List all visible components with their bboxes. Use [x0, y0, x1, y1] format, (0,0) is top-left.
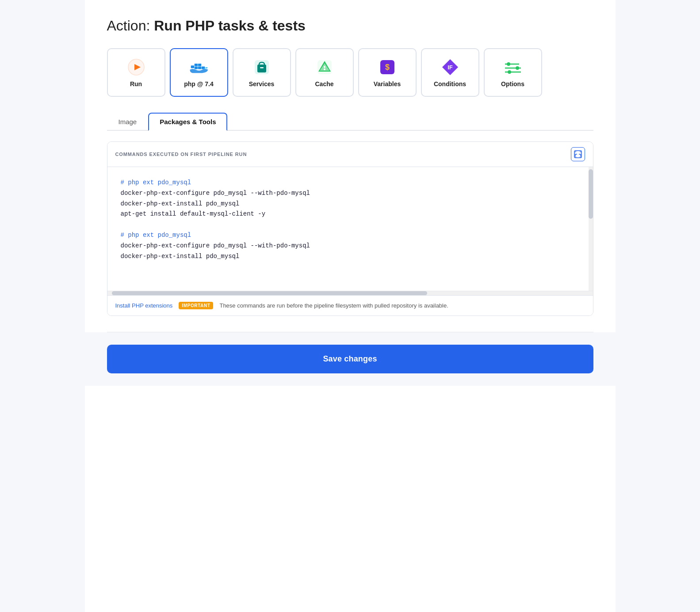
- services-icon: [252, 57, 272, 77]
- section-tabs: Image Packages & Tools: [107, 113, 593, 131]
- svg-point-21: [507, 62, 510, 66]
- code-blank-1: [121, 220, 580, 230]
- svg-point-8: [206, 67, 207, 68]
- code-line-5: # php ext pdo_mysql: [121, 230, 580, 241]
- svg-text:IF: IF: [448, 64, 453, 71]
- svg-point-27: [508, 70, 511, 74]
- code-line-2: docker-php-ext-configure pdo_mysql --wit…: [121, 188, 580, 199]
- svg-rect-6: [198, 67, 201, 69]
- code-line-4: apt-get install default-mysql-client -y: [121, 209, 580, 220]
- code-scroll-area[interactable]: # php ext pdo_mysql docker-php-ext-confi…: [107, 167, 593, 291]
- svg-point-24: [516, 66, 519, 70]
- code-panel-header: COMMANDS EXECUTED ON FIRST PIPELINE RUN: [107, 142, 593, 167]
- install-php-extensions-link[interactable]: Install PHP extensions: [115, 302, 173, 309]
- expand-icon: [574, 150, 582, 158]
- vertical-scrollbar-thumb: [589, 169, 593, 219]
- tab-card-variables[interactable]: $ Variables: [358, 48, 417, 97]
- svg-rect-3: [194, 64, 197, 66]
- tab-card-php-label: php @ 7.4: [184, 80, 214, 87]
- important-badge: IMPORTANT: [179, 302, 213, 309]
- tab-packages-tools[interactable]: Packages & Tools: [148, 113, 227, 131]
- tab-card-options[interactable]: Options: [484, 48, 542, 97]
- code-line-6: docker-php-ext-configure pdo_mysql --wit…: [121, 241, 580, 251]
- code-panel-footer: Install PHP extensions IMPORTANT These c…: [107, 295, 593, 316]
- tab-card-run-label: Run: [130, 80, 142, 87]
- code-panel-title: COMMANDS EXECUTED ON FIRST PIPELINE RUN: [115, 152, 247, 157]
- horizontal-scrollbar-thumb: [112, 291, 428, 295]
- tab-card-variables-label: Variables: [374, 80, 401, 87]
- footer-note: These commands are run before the pipeli…: [219, 302, 448, 309]
- tab-card-services[interactable]: Services: [233, 48, 291, 97]
- cache-icon: [315, 57, 334, 77]
- save-bar: Save changes: [85, 332, 616, 386]
- tab-card-conditions[interactable]: IF Conditions: [421, 48, 479, 97]
- svg-rect-11: [260, 67, 264, 68]
- tab-card-options-label: Options: [501, 80, 524, 87]
- docker-icon: [189, 57, 209, 77]
- svg-point-15: [324, 68, 325, 70]
- tab-image[interactable]: Image: [107, 113, 149, 131]
- options-icon: [503, 57, 523, 77]
- tab-card-conditions-label: Conditions: [434, 80, 466, 87]
- run-icon: [126, 57, 146, 77]
- svg-rect-5: [198, 64, 201, 66]
- svg-rect-10: [257, 65, 266, 72]
- tab-card-php[interactable]: php @ 7.4: [170, 48, 228, 97]
- tab-card-cache-label: Cache: [315, 80, 333, 87]
- save-button[interactable]: Save changes: [107, 345, 593, 373]
- horizontal-scrollbar[interactable]: [107, 291, 593, 295]
- tab-card-run[interactable]: Run: [107, 48, 165, 97]
- svg-text:$: $: [385, 63, 389, 72]
- tab-card-services-label: Services: [249, 80, 275, 87]
- code-line-1: # php ext pdo_mysql: [121, 178, 580, 188]
- expand-button[interactable]: [571, 147, 585, 161]
- page-title: Action: Run PHP tasks & tests: [107, 18, 593, 34]
- tab-cards-row: Run php @ 7.4: [107, 48, 593, 97]
- code-line-7: docker-php-ext-install pdo_mysql: [121, 251, 580, 262]
- variables-icon: $: [378, 57, 397, 77]
- svg-rect-4: [194, 67, 197, 69]
- code-panel: COMMANDS EXECUTED ON FIRST PIPELINE RUN …: [107, 141, 593, 316]
- svg-rect-2: [191, 65, 194, 68]
- code-line-3: docker-php-ext-install pdo_mysql: [121, 199, 580, 209]
- conditions-icon: IF: [440, 57, 460, 77]
- tab-card-cache[interactable]: Cache: [295, 48, 354, 97]
- vertical-scrollbar[interactable]: [589, 167, 593, 291]
- code-editor[interactable]: # php ext pdo_mysql docker-php-ext-confi…: [107, 167, 593, 291]
- svg-rect-16: [324, 66, 325, 68]
